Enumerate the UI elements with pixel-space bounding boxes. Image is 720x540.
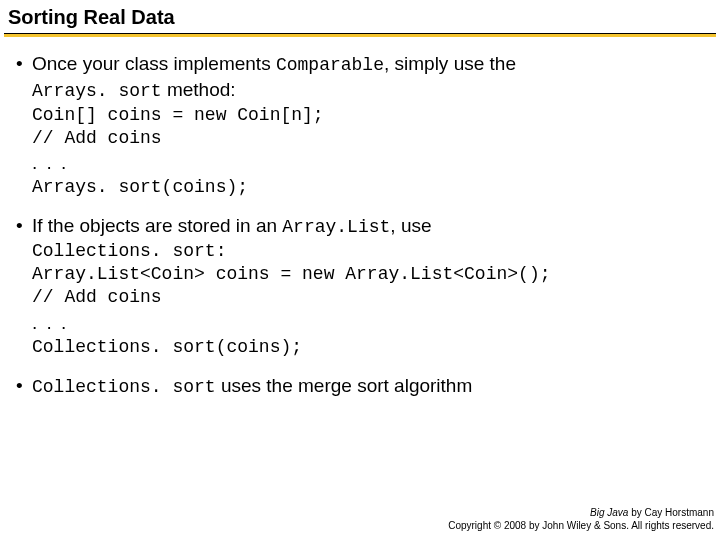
title-underline: [4, 33, 716, 37]
bullet-2: • If the objects are stored in an Array.…: [14, 213, 706, 359]
code-block-1b: Arrays. sort(coins);: [32, 176, 706, 199]
bullet-dot: •: [14, 51, 32, 104]
footer-line1: Big Java by Cay Horstmann: [448, 507, 714, 520]
bullet-dot: •: [14, 373, 32, 399]
bullet-2-code1: Array.List: [282, 217, 390, 237]
ellipsis-2: . . .: [32, 310, 706, 336]
bullet-3-post: uses the merge sort algorithm: [216, 375, 473, 396]
bullet-dot: •: [14, 213, 32, 239]
ellipsis-1: . . .: [32, 150, 706, 176]
bullet-1-code2: Arrays. sort: [32, 81, 162, 101]
code-block-1a: Coin[] coins = new Coin[n]; // Add coins: [32, 104, 706, 151]
code-block-2b: Collections. sort(coins);: [32, 336, 706, 359]
bullet-2-post: , use: [390, 215, 431, 236]
bullet-3-text: Collections. sort uses the merge sort al…: [32, 373, 706, 399]
slide-content: • Once your class implements Comparable,…: [0, 51, 720, 399]
bullet-1-pre: Once your class implements: [32, 53, 276, 74]
footer-author: by Cay Horstmann: [628, 507, 714, 518]
bullet-1-post: method:: [162, 79, 236, 100]
bullet-3-code1: Collections. sort: [32, 377, 216, 397]
bullet-3: • Collections. sort uses the merge sort …: [14, 373, 706, 399]
bullet-1-text: Once your class implements Comparable, s…: [32, 51, 706, 104]
footer-book: Big Java: [590, 507, 628, 518]
code-block-2a: Collections. sort: Array.List<Coin> coin…: [32, 240, 706, 310]
bullet-1: • Once your class implements Comparable,…: [14, 51, 706, 199]
bullet-2-pre: If the objects are stored in an: [32, 215, 282, 236]
footer: Big Java by Cay Horstmann Copyright © 20…: [448, 507, 714, 532]
slide-title: Sorting Real Data: [0, 0, 720, 33]
bullet-1-mid: , simply use the: [384, 53, 516, 74]
bullet-2-text: If the objects are stored in an Array.Li…: [32, 213, 706, 239]
footer-copyright: Copyright © 2008 by John Wiley & Sons. A…: [448, 520, 714, 533]
bullet-1-code1: Comparable: [276, 55, 384, 75]
